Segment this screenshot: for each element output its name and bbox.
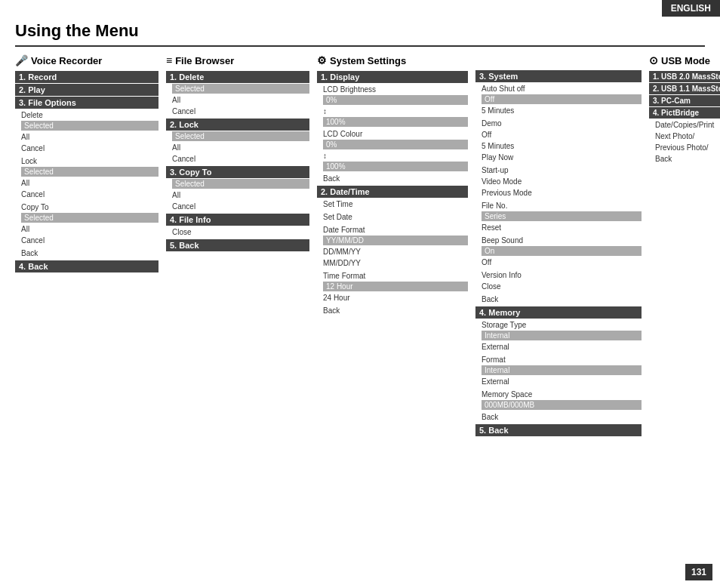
page-title: Using the Menu	[15, 21, 705, 47]
vr-back-label[interactable]: Back	[21, 248, 158, 259]
sys-format-external[interactable]: External	[482, 376, 642, 387]
vr-delete-all[interactable]: All	[21, 131, 158, 143]
usb-item-1[interactable]: 1. USB 2.0 MassStorage	[649, 71, 720, 82]
fb-copyto-cancel[interactable]: Cancel	[172, 201, 309, 212]
fb-delete-cancel[interactable]: Cancel	[172, 106, 309, 117]
ss-timeformat-24[interactable]: 24 Hour	[323, 292, 468, 303]
sys-system-back-label[interactable]: Back	[482, 294, 642, 305]
usb-next-photo[interactable]: Next Photo/	[655, 131, 720, 142]
fb-close-label[interactable]: Close	[172, 226, 309, 238]
sys-storagetype-external[interactable]: External	[482, 341, 642, 352]
sys-autoshutoff-5min[interactable]: 5 Minutes	[482, 105, 642, 116]
usb-item-4[interactable]: 4. PictBridge	[649, 107, 720, 119]
sys-memory-back-label[interactable]: Back	[482, 411, 642, 423]
sys-autoshutoff: Auto Shut off Off 5 Minutes	[475, 83, 642, 116]
voice-recorder-header: 🎤 Voice Recorder	[15, 54, 158, 66]
usb-back[interactable]: Back	[655, 153, 720, 165]
ss-brightness-0[interactable]: 0%	[323, 95, 468, 105]
usb-pictbridge-options: Date/Copies/Print Next Photo/ Previous P…	[649, 119, 720, 165]
ss-timeformat: Time Format 12 Hour 24 Hour	[317, 270, 468, 303]
fb-lock-cancel[interactable]: Cancel	[172, 153, 309, 165]
usb-item-3[interactable]: 3. PC-Cam	[649, 95, 720, 106]
vr-lock-label: Lock	[21, 155, 158, 167]
fb-delete-selected[interactable]: Selected	[172, 84, 309, 94]
usb-item-2[interactable]: 2. USB 1.1 MassStorage	[649, 83, 720, 94]
sys-beepsound-label: Beep Sound	[482, 235, 642, 246]
ss-setdate-label[interactable]: Set Date	[323, 211, 468, 223]
vr-delete-group: Delete Selected All Cancel	[15, 109, 158, 154]
ss-display-back: Back	[317, 173, 468, 184]
sys-demo-playnow[interactable]: Play Now	[482, 152, 642, 163]
vr-lock-selected[interactable]: Selected	[21, 167, 158, 177]
sys-memory-back: Back	[475, 411, 642, 423]
sys-memory-header[interactable]: 4. Memory	[475, 306, 642, 319]
sys-format-internal[interactable]: Internal	[482, 365, 642, 375]
sys-versioninfo-close[interactable]: Close	[482, 281, 642, 292]
sys-fileno: File No. Series Reset	[475, 200, 642, 233]
system-section2-column: placeholder 3. System Auto Shut off Off …	[475, 54, 642, 437]
fb-delete-all[interactable]: All	[172, 94, 309, 106]
fb-lock-selected[interactable]: Selected	[172, 131, 309, 141]
vr-delete-label: Delete	[21, 109, 158, 121]
vr-item-4[interactable]: 4. Back	[15, 260, 158, 272]
sys-startup: Start-up Video Mode Previous Mode	[475, 165, 642, 199]
sys-fileno-series[interactable]: Series	[482, 211, 642, 221]
usb-previous-photo[interactable]: Previous Photo/	[655, 142, 720, 153]
fb-item-4[interactable]: 4. File Info	[166, 214, 309, 226]
vr-copyto-group: Copy To Selected All Cancel	[15, 202, 158, 246]
vr-item-1[interactable]: 1. Record	[15, 71, 158, 83]
fb-item-2[interactable]: 2. Lock	[166, 119, 309, 131]
vr-lock-all[interactable]: All	[21, 177, 158, 189]
sys-autoshutoff-off[interactable]: Off	[482, 94, 642, 104]
fb-item-5[interactable]: 5. Back	[166, 239, 309, 251]
sys-system-back: Back	[475, 294, 642, 305]
ss-colour-arrow: ↕	[323, 150, 468, 162]
ss-timeformat-label: Time Format	[323, 270, 468, 282]
ss-display-back-label[interactable]: Back	[323, 173, 468, 184]
fb-copyto-all[interactable]: All	[172, 189, 309, 201]
fb-copyto-selected[interactable]: Selected	[172, 179, 309, 189]
vr-item-3[interactable]: 3. File Options	[15, 97, 158, 109]
ss-settime-label[interactable]: Set Time	[323, 199, 468, 210]
sys-memoryspace-value: 000MB/000MB	[482, 400, 642, 410]
system-settings-icon: ⚙	[317, 54, 327, 66]
vr-copyto-cancel[interactable]: Cancel	[21, 235, 158, 246]
ss-display-header[interactable]: 1. Display	[317, 71, 468, 83]
usb-mode-column: ⊙ USB Mode 1. USB 2.0 MassStorage 2. USB…	[649, 54, 720, 437]
ss-datetime-back-label[interactable]: Back	[323, 305, 468, 316]
sys-storagetype-internal[interactable]: Internal	[482, 331, 642, 340]
ss-dateformat-label: Date Format	[323, 224, 468, 236]
sys-beepsound-on[interactable]: On	[482, 246, 642, 256]
ss-timeformat-12[interactable]: 12 Hour	[323, 282, 468, 291]
sys-system-header[interactable]: 3. System	[475, 70, 642, 82]
sys-beepsound-off[interactable]: Off	[482, 257, 642, 268]
sys-5back-header[interactable]: 5. Back	[475, 424, 642, 436]
ss-dateformat-mm[interactable]: MM/DD/YY	[323, 257, 468, 269]
ss-colour-0[interactable]: 0%	[323, 140, 468, 149]
ss-dateformat-yy[interactable]: YY/MM/DD	[323, 236, 468, 245]
vr-lock-cancel[interactable]: Cancel	[21, 189, 158, 200]
sys-startup-video[interactable]: Video Mode	[482, 176, 642, 187]
ss-brightness-100[interactable]: 100%	[323, 117, 468, 127]
vr-item-2[interactable]: 2. Play	[15, 84, 158, 96]
vr-delete-cancel[interactable]: Cancel	[21, 143, 158, 154]
fb-item-3[interactable]: 3. Copy To	[166, 166, 309, 178]
sys-demo-off[interactable]: Off	[482, 129, 642, 140]
fb-item-1[interactable]: 1. Delete	[166, 71, 309, 83]
ss-settime: Set Time	[317, 199, 468, 210]
sys-fileno-label: File No.	[482, 200, 642, 211]
usb-date-copies-print[interactable]: Date/Copies/Print	[655, 119, 720, 131]
sys-versioninfo-label: Version Info	[482, 269, 642, 281]
sys-demo-label: Demo	[482, 118, 642, 129]
sys-fileno-reset[interactable]: Reset	[482, 222, 642, 233]
sys-versioninfo: Version Info Close	[475, 269, 642, 292]
fb-lock-all[interactable]: All	[172, 142, 309, 153]
ss-dateformat-dd[interactable]: DD/MM/YY	[323, 246, 468, 257]
sys-demo-5min[interactable]: 5 Minutes	[482, 140, 642, 152]
ss-datetime-header[interactable]: 2. Date/Time	[317, 186, 468, 198]
vr-delete-selected[interactable]: Selected	[21, 121, 158, 131]
vr-copyto-all[interactable]: All	[21, 223, 158, 235]
ss-colour-100[interactable]: 100%	[323, 162, 468, 171]
sys-startup-previous[interactable]: Previous Mode	[482, 187, 642, 199]
vr-copyto-selected[interactable]: Selected	[21, 213, 158, 223]
